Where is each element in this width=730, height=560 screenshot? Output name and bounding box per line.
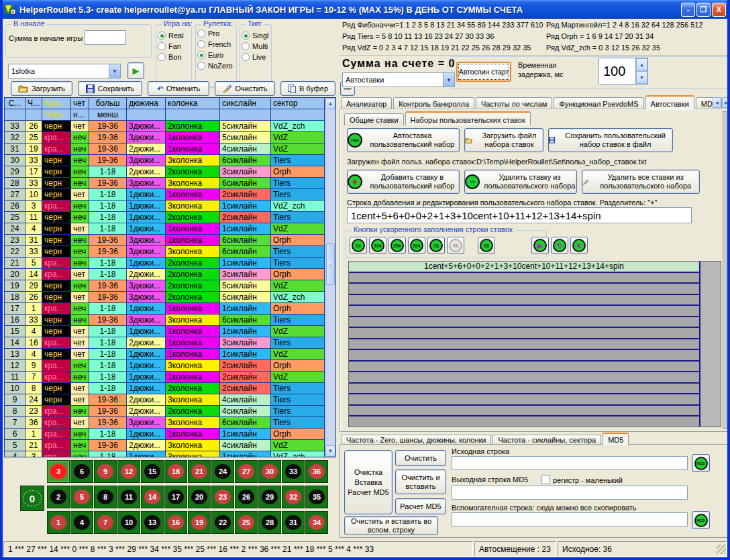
bets-list-row[interactable] bbox=[349, 295, 699, 306]
copy-buffer-button[interactable]: В буфер bbox=[280, 81, 335, 96]
table-row[interactable]: 61кра...неч1-181дюжи...1колонка1сиклайнO… bbox=[5, 429, 325, 440]
autoset-user-button[interactable]: ПН Автоставка пользовательский набор bbox=[347, 128, 460, 152]
table-row[interactable]: 521кра...неч19-362дюжи...3колонка4сиклай… bbox=[5, 440, 325, 451]
delay-spinner[interactable]: 100 ▲▼ bbox=[598, 58, 648, 85]
save-bets-file-button[interactable]: Сохранить пользовательский набор ставок … bbox=[548, 128, 673, 152]
autobets-combobox[interactable]: Автоставки ▼ bbox=[342, 72, 455, 87]
board-cell-35[interactable]: 35 bbox=[305, 486, 328, 508]
table-row[interactable]: 108чернчет1-181дюжи...2колонка2сиклайнTi… bbox=[5, 383, 325, 394]
table-row[interactable]: 924чернчет19-362дюжи...3колонка4сиклайнT… bbox=[5, 394, 325, 406]
table-row[interactable]: 43кра...неч1-181дюжи...3колонка1сиклайнV… bbox=[5, 451, 325, 457]
table-scrollbar[interactable]: ▲ ▼ bbox=[325, 98, 335, 457]
table-row[interactable]: 736кра...чет19-363дюжи...3колонка6сиклай… bbox=[5, 417, 325, 429]
table-row[interactable]: 3326чернчет19-363дюжи...2колонка5сиклайн… bbox=[5, 121, 325, 132]
md5-clear-button[interactable]: Очистить bbox=[395, 450, 446, 466]
tab-top-4[interactable]: Автоставки bbox=[645, 95, 694, 109]
md5-calc-button[interactable]: Расчет MD5 bbox=[395, 498, 446, 514]
bets-list-row[interactable] bbox=[349, 372, 699, 384]
bets-list-row[interactable] bbox=[349, 394, 699, 406]
board-cell-19[interactable]: 19 bbox=[188, 511, 211, 534]
start-sum-input[interactable] bbox=[85, 30, 126, 45]
board-cell-16[interactable]: 16 bbox=[164, 511, 187, 534]
radio-game-bon[interactable]: Bon bbox=[158, 53, 190, 61]
radio-wheel-pro[interactable]: Pro bbox=[197, 30, 235, 38]
tab-top-2[interactable]: Частоты по числам bbox=[476, 97, 552, 109]
run-preset-button[interactable]: ▶ bbox=[127, 62, 144, 79]
table-row[interactable]: 3119кра...неч19-362дюжи...1колонка4сикла… bbox=[5, 144, 325, 155]
bets-list-row[interactable] bbox=[349, 384, 699, 395]
board-cell-22[interactable]: 22 bbox=[211, 511, 234, 534]
board-cell-27[interactable]: 27 bbox=[235, 460, 258, 483]
coin-button-5d[interactable]: 5$ bbox=[447, 237, 464, 254]
remove-bet-button[interactable]: − Удалить ставку из пользовательского на… bbox=[464, 170, 577, 194]
md5-output-input[interactable] bbox=[452, 486, 688, 500]
board-cell-12[interactable]: 12 bbox=[117, 460, 140, 483]
add-bet-button[interactable]: + Добавить ставку в пользовательский наб… bbox=[347, 170, 460, 194]
board-cell-1[interactable]: 1 bbox=[47, 511, 70, 534]
bets-list-row[interactable] bbox=[349, 406, 699, 417]
user-bets-list[interactable]: 1cent+5+6+0+0+2+1+3+10cent+10+11+12+13+1… bbox=[348, 261, 721, 427]
table-row[interactable]: 2233черннеч19-363дюжи...3колонка6сиклайн… bbox=[5, 246, 325, 258]
remove-all-bets-button[interactable]: Удалить все ставки из пользовательского … bbox=[582, 170, 700, 194]
board-cell-14[interactable]: 14 bbox=[141, 486, 164, 508]
table-row[interactable]: 2917черннеч1-182дюжи...2колонка3сиклайнO… bbox=[5, 166, 325, 178]
board-cell-24[interactable]: 24 bbox=[211, 460, 234, 483]
bets-list-row[interactable] bbox=[349, 317, 699, 329]
board-cell-13[interactable]: 13 bbox=[141, 511, 164, 534]
table-row[interactable]: 3033черннеч19-363дюжи...3колонка6сиклайн… bbox=[5, 155, 325, 166]
board-cell-8[interactable]: 8 bbox=[94, 486, 117, 508]
close-button[interactable]: X bbox=[712, 3, 726, 17]
md5-clear-paste-aux-button[interactable]: Очистить и вставить во вспом. строку bbox=[344, 516, 438, 535]
bets-list-row[interactable] bbox=[349, 339, 699, 351]
lowercase-checkbox[interactable] bbox=[541, 475, 550, 484]
table-row[interactable]: 244чернчет1-181дюжи...1колонка1сиклайнVd… bbox=[5, 223, 325, 235]
coin-button-0d[interactable]: 0$ bbox=[478, 237, 495, 254]
maximize-button[interactable]: ❐ bbox=[696, 3, 711, 17]
md5-source-run-button[interactable]: МД5 bbox=[692, 454, 710, 472]
table-row[interactable]: 1633черннеч19-363дюжи...3колонка6сиклайн… bbox=[5, 315, 325, 326]
table-row[interactable]: 154чернчет1-181дюжи...1колонка1сиклайнVd… bbox=[5, 326, 325, 337]
table-row[interactable]: 2511черннеч1-181дюжи...2колонка2сиклайнT… bbox=[5, 212, 325, 223]
load-button[interactable]: Загрузить bbox=[11, 81, 72, 96]
board-cell-29[interactable]: 29 bbox=[258, 486, 281, 508]
table-row[interactable]: 2710чернчет1-181дюжи...1колонка2сиклайнT… bbox=[5, 189, 325, 201]
undo-button[interactable]: ↷ Отменить bbox=[148, 81, 209, 96]
clear-button[interactable]: Очистить bbox=[215, 81, 275, 96]
md5-clear-paste-button[interactable]: Очистить и вставить bbox=[395, 469, 446, 494]
table-row[interactable]: 129кра...неч1-181дюжи...3колонка2сиклайн… bbox=[5, 360, 325, 372]
table-row[interactable]: 2014кра...чет1-182дюжи...2колонка3сиклай… bbox=[5, 269, 325, 280]
tab-bottom-2[interactable]: MD5 bbox=[603, 433, 629, 445]
board-cell-23[interactable]: 23 bbox=[211, 486, 234, 508]
table-row[interactable]: 2331черннеч19-363дюжи...1колонка6сиклайн… bbox=[5, 235, 325, 246]
bets-list-row-active[interactable]: 1cent+5+6+0+0+2+1+3+10cent+10+11+12+13+1… bbox=[349, 262, 699, 273]
table-row[interactable]: 134чернчет1-181дюжи...1колонка1сиклайнVd… bbox=[5, 349, 325, 360]
table-row[interactable]: 1416кра...чет1-182дюжи...1колонка3сиклай… bbox=[5, 337, 325, 349]
board-cell-3[interactable]: 3 bbox=[47, 460, 70, 483]
board-cell-30[interactable]: 30 bbox=[258, 460, 281, 483]
tab-top-0[interactable]: Анализатор bbox=[341, 97, 392, 109]
radio-type-live[interactable]: Live bbox=[242, 53, 270, 61]
board-cell-21[interactable]: 21 bbox=[188, 460, 211, 483]
board-cell-6[interactable]: 6 bbox=[70, 460, 93, 483]
coin-button-1d[interactable]: 1$ bbox=[427, 237, 445, 254]
radio-type-multi[interactable]: Multi bbox=[242, 42, 270, 50]
tab-top-1[interactable]: Контроль банкролла bbox=[393, 97, 474, 109]
chevron-down-icon[interactable]: ▼ bbox=[109, 64, 120, 78]
coin-button-50c[interactable]: 50¢ bbox=[408, 237, 425, 254]
table-row[interactable]: 1826чернчет19-363дюжи...2колонка5сиклайн… bbox=[5, 292, 325, 303]
quick-refresh-button[interactable]: ↻ bbox=[551, 237, 568, 254]
coin-button-10c[interactable]: 10¢ bbox=[369, 237, 386, 254]
board-cell-31[interactable]: 31 bbox=[282, 511, 305, 534]
bets-list-row[interactable] bbox=[349, 306, 699, 317]
bets-list-row[interactable] bbox=[349, 284, 699, 295]
board-cell-10[interactable]: 10 bbox=[117, 511, 140, 534]
resize-grip[interactable] bbox=[717, 545, 726, 554]
board-cell-17[interactable]: 17 bbox=[164, 486, 187, 508]
radio-game-real[interactable]: Real bbox=[158, 32, 190, 40]
md5-aux-run-button[interactable]: МД5 bbox=[692, 511, 710, 529]
bet-string-input[interactable] bbox=[347, 207, 692, 223]
board-cell-20[interactable]: 20 bbox=[188, 486, 211, 508]
tab-sub-1[interactable]: Наборы пользовательских ставок bbox=[405, 111, 531, 125]
quick-play-button[interactable]: ▶ bbox=[531, 237, 549, 254]
table-row[interactable]: 1929черннеч19-363дюжи...2колонка5сиклайн… bbox=[5, 280, 325, 292]
